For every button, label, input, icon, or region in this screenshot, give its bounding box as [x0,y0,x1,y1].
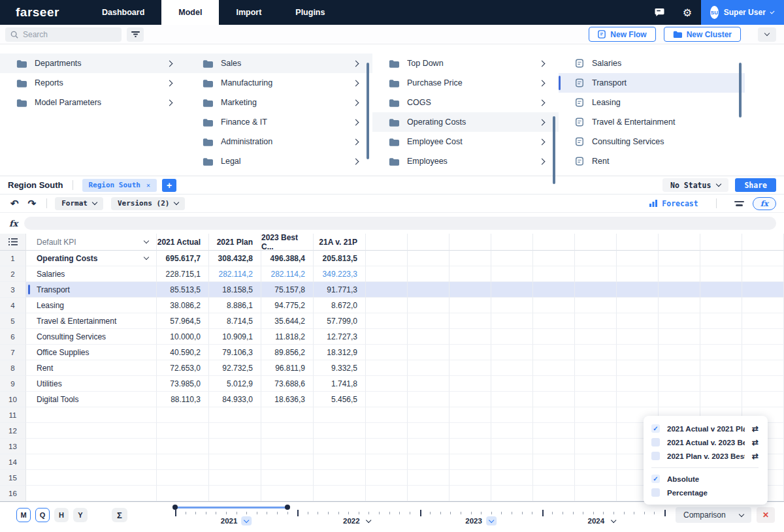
explorer-item-consulting-services[interactable]: Consulting Services [559,132,745,151]
value-cell[interactable]: 35.644,2 [261,313,314,329]
empty-cell[interactable] [575,251,617,266]
kpi-cell-consulting-services[interactable]: Consulting Services [26,329,157,345]
empty-cell[interactable] [659,266,700,282]
period-quarter-button[interactable]: Q [35,508,50,522]
explorer-item-employees[interactable]: Employees [372,151,559,171]
empty-cell[interactable] [408,282,449,298]
empty-cell[interactable] [533,345,575,360]
period-half-button[interactable]: H [54,508,69,522]
value-cell[interactable]: 9.332,5 [314,360,366,376]
explorer-item-legal[interactable]: Legal [186,151,372,171]
nav-tab-dashboard[interactable]: Dashboard [85,0,161,25]
empty-cell[interactable] [261,439,314,454]
empty-cell[interactable] [742,329,784,345]
value-cell[interactable]: 8.714,5 [209,313,261,329]
empty-cell[interactable] [366,345,408,360]
column-header-2021-actual[interactable]: 2021 Actual [157,234,209,251]
share-button[interactable]: Share [735,178,776,192]
empty-cell[interactable] [449,313,491,329]
empty-cell[interactable] [314,439,366,454]
row-number[interactable]: 2 [0,266,26,282]
empty-cell[interactable] [491,266,533,282]
formula-input[interactable] [24,217,776,230]
add-tab-button[interactable]: + [162,179,176,192]
empty-cell[interactable] [408,470,449,486]
empty-cell[interactable] [449,470,491,486]
value-cell[interactable]: 96.811,9 [261,360,314,376]
value-cell[interactable]: 94.775,2 [261,298,314,313]
explorer-item-travel-entertainment[interactable]: Travel & Entertainment [559,112,745,132]
empty-cell[interactable] [742,266,784,282]
empty-cell[interactable] [617,360,659,376]
empty-cell[interactable] [26,439,157,454]
empty-cell[interactable] [366,470,408,486]
checkbox[interactable]: ✓ [651,475,660,483]
nav-tab-import[interactable]: Import [219,0,278,25]
empty-cell[interactable] [449,282,491,298]
row-number[interactable]: 10 [0,392,26,407]
row-number[interactable]: 3 [0,282,26,298]
value-cell[interactable]: 5.456,5 [314,392,366,407]
rows-settings-icon[interactable] [734,201,744,206]
empty-cell[interactable] [491,470,533,486]
empty-cell[interactable] [449,407,491,423]
empty-cell[interactable] [742,360,784,376]
empty-cell[interactable] [575,439,617,454]
value-cell[interactable]: 88.110,3 [157,392,209,407]
empty-cell[interactable] [366,298,408,313]
chevron-down-icon[interactable] [608,516,619,525]
empty-cell[interactable] [700,251,742,266]
kpi-cell-salaries[interactable]: Salaries [26,266,157,282]
empty-cell[interactable] [700,266,742,282]
range-start-handle[interactable] [172,505,178,510]
checkbox[interactable] [651,488,660,497]
empty-cell[interactable] [408,423,449,439]
swap-arrows-icon[interactable]: ⇄ [752,452,759,461]
row-number[interactable]: 14 [0,454,26,470]
value-cell[interactable]: 349.223,3 [314,266,366,282]
empty-cell[interactable] [700,392,742,407]
filter-icon[interactable] [127,27,144,42]
empty-cell[interactable] [314,423,366,439]
kpi-cell-travel-entertainment[interactable]: Travel & Entertainment [26,313,157,329]
empty-cell[interactable] [366,251,408,266]
empty-cell[interactable] [575,313,617,329]
empty-cell[interactable] [408,407,449,423]
empty-cell[interactable] [533,251,575,266]
empty-cell[interactable] [575,470,617,486]
empty-cell[interactable] [261,486,314,501]
empty-cell[interactable] [366,329,408,345]
empty-cell[interactable] [491,439,533,454]
empty-cell[interactable] [157,423,209,439]
empty-cell[interactable] [366,234,408,251]
value-cell[interactable]: 18.158,5 [209,282,261,298]
empty-cell[interactable] [209,486,261,501]
empty-cell[interactable] [449,360,491,376]
empty-cell[interactable] [491,454,533,470]
empty-cell[interactable] [617,376,659,392]
value-cell[interactable]: 57.964,5 [157,313,209,329]
value-cell[interactable]: 89.856,2 [261,345,314,360]
value-cell[interactable]: 228.715,1 [157,266,209,282]
explorer-item-rent[interactable]: Rent [559,151,745,171]
empty-cell[interactable] [533,454,575,470]
empty-cell[interactable] [659,376,700,392]
empty-cell[interactable] [575,454,617,470]
empty-cell[interactable] [575,282,617,298]
empty-cell[interactable] [408,266,449,282]
empty-cell[interactable] [449,266,491,282]
row-number[interactable]: 8 [0,360,26,376]
kpi-cell-transport[interactable]: Transport [26,282,157,298]
settings-gear-icon[interactable]: ⚙ [674,0,701,25]
empty-cell[interactable] [366,376,408,392]
empty-cell[interactable] [491,376,533,392]
empty-cell[interactable] [700,376,742,392]
explorer-item-operating-costs[interactable]: Operating Costs [372,112,559,132]
empty-cell[interactable] [366,439,408,454]
empty-cell[interactable] [533,392,575,407]
empty-cell[interactable] [575,392,617,407]
kpi-header-dropdown[interactable]: Default KPI [26,234,157,251]
chevron-down-icon[interactable] [486,516,497,525]
value-cell[interactable]: 282.114,2 [209,266,261,282]
empty-cell[interactable] [659,392,700,407]
